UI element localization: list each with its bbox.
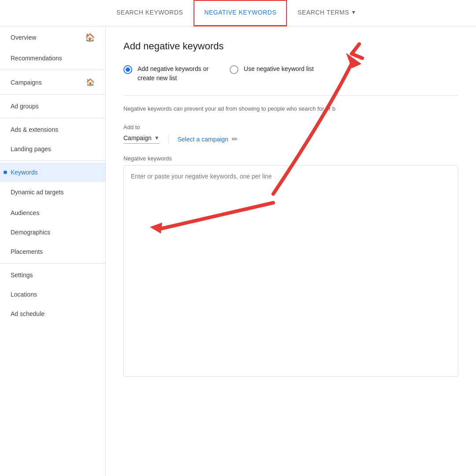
chevron-down-icon: ▼ [154,135,160,141]
radio-label-use-list: Use negative keyword list [244,64,314,74]
sidebar-item-label: Keywords [11,169,37,176]
home-icon: 🏠 [86,78,95,86]
sidebar-item-label: Locations [11,291,37,298]
section-divider [123,95,458,96]
campaign-dropdown-label: Campaign [123,134,152,141]
sidebar-item-landing-pages[interactable]: Landing pages [0,139,105,159]
sidebar-item-placements[interactable]: Placements [0,242,105,261]
sidebar-divider [0,70,105,70]
sidebar-item-overview[interactable]: Overview 🏠 [0,26,105,48]
sidebar-item-audiences[interactable]: Audiences [0,203,105,223]
sidebar-divider [0,94,105,95]
sidebar-item-label: Ad groups [11,103,39,110]
sidebar-divider [0,263,105,264]
chevron-down-icon: ▼ [351,9,356,15]
sidebar-item-label: Demographics [11,229,50,236]
sidebar-item-settings[interactable]: Settings [0,265,105,285]
radio-button-use-list[interactable] [230,65,238,74]
sidebar-item-ad-schedule[interactable]: Ad schedule [0,304,105,324]
sidebar-item-label: Placements [11,248,43,255]
sidebar-divider [0,118,105,118]
sidebar-item-keywords[interactable]: Keywords [0,163,105,182]
sidebar-item-label: Overview [11,34,36,41]
radio-label-add: Add negative keywords or create new list [138,64,208,83]
helper-text: Negative keywords can prevent your ad fr… [123,104,458,113]
sidebar-item-campaigns[interactable]: Campaigns 🏠 [0,72,105,93]
sidebar-item-ads-extensions[interactable]: Ads & extensions [0,120,105,139]
radio-option-use-list[interactable]: Use negative keyword list [230,64,314,74]
page-title: Add negative keywords [123,41,458,52]
sidebar: Overview 🏠 Recommendations Campaigns 🏠 A… [0,26,106,476]
sidebar-divider [0,160,105,161]
tab-bar: SEARCH KEYWORDS NEGATIVE KEYWORDS SEARCH… [0,0,476,26]
tab-search-terms[interactable]: SEARCH TERMS ▼ [287,0,367,26]
radio-option-add[interactable]: Add negative keywords or create new list [123,64,208,83]
sidebar-item-label: Ad schedule [11,310,45,317]
sidebar-item-label: Settings [11,271,33,279]
edit-icon: ✏ [232,135,238,143]
sidebar-item-recommendations[interactable]: Recommendations [0,48,105,68]
keywords-label: Negative keywords [123,155,458,162]
select-campaign-button[interactable]: Select a campaign ✏ [178,135,238,143]
sidebar-item-locations[interactable]: Locations [0,285,105,304]
sidebar-item-label: Dynamic ad targets [11,188,64,197]
tab-negative-keywords[interactable]: NEGATIVE KEYWORDS [193,0,287,26]
sidebar-item-ad-groups[interactable]: Ad groups [0,97,105,116]
vertical-divider [168,134,169,145]
tab-search-keywords[interactable]: SEARCH KEYWORDS [106,0,193,26]
sidebar-item-dynamic-ad-targets[interactable]: Dynamic ad targets [0,182,105,203]
main-content: Add negative keywords Add negative keywo… [106,26,476,476]
main-layout: Overview 🏠 Recommendations Campaigns 🏠 A… [0,26,476,476]
radio-inner-selected [126,67,130,72]
sidebar-item-label: Ads & extensions [11,126,58,133]
select-campaign-label: Select a campaign [178,136,228,143]
campaign-dropdown[interactable]: Campaign ▼ [123,134,160,144]
svg-line-2 [352,54,362,58]
radio-button-add[interactable] [123,65,132,74]
sidebar-item-label: Landing pages [11,145,51,152]
add-to-label: Add to [123,124,458,130]
sidebar-item-label: Campaigns [11,79,42,86]
radio-group: Add negative keywords or create new list… [123,64,458,83]
campaign-selector: Campaign ▼ Select a campaign ✏ [123,134,458,145]
keywords-textarea[interactable] [123,165,458,377]
home-icon: 🏠 [85,33,95,42]
sidebar-item-label: Recommendations [11,55,62,62]
sidebar-item-label: Audiences [11,209,39,216]
sidebar-item-demographics[interactable]: Demographics [0,223,105,242]
